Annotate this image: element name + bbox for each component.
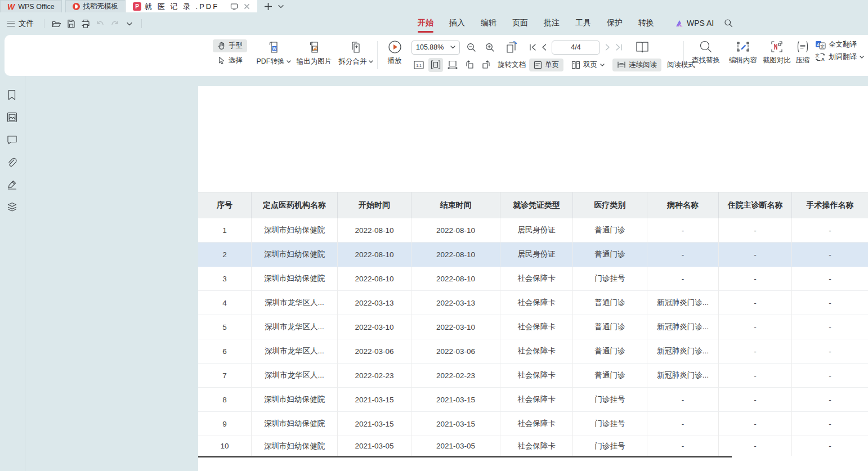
- zoom-level-select[interactable]: 105.88%: [411, 41, 460, 55]
- hand-tool-button[interactable]: 手型: [213, 39, 247, 52]
- ribbon-tab-插入[interactable]: 插入: [441, 12, 473, 34]
- compress-button[interactable]: 压缩: [790, 40, 815, 65]
- edit-content-button[interactable]: 编辑内容: [725, 40, 761, 65]
- redo-button[interactable]: [108, 17, 122, 30]
- double-page-button[interactable]: 双页: [567, 59, 609, 71]
- table-row: 6深圳市龙华区人...2022-03-062022-03-06社会保障卡普通门诊…: [198, 339, 868, 364]
- pdf-convert-button[interactable]: W PDF转换: [253, 40, 294, 66]
- table-cell: 2022-03-06: [411, 339, 500, 364]
- first-page-button[interactable]: [529, 44, 536, 51]
- find-replace-icon: [699, 40, 713, 53]
- table-row: 5深圳市龙华区人...2022-03-102022-03-10社会保障卡普通门诊…: [198, 315, 868, 339]
- find-replace-label: 查找替换: [692, 56, 720, 65]
- table-row: 9深圳市妇幼保健院2021-03-152021-03-15社会保障卡门诊挂号--…: [198, 412, 868, 436]
- table-header-row: 序号定点医药机构名称开始时间结束时间就诊凭证类型医疗类别病种名称住院主诊断名称手…: [198, 192, 868, 218]
- ribbon-toolbar: 手型 选择 W PDF转换 输出为图片 拆分合并: [5, 35, 868, 76]
- table-cell: 普通门诊: [573, 243, 647, 267]
- ribbon-tab-开始[interactable]: 开始: [410, 12, 441, 34]
- signature-icon[interactable]: [7, 180, 18, 191]
- screenshot-compare-button[interactable]: 截图对比: [759, 40, 795, 65]
- table-cell: 2022-08-10: [411, 243, 500, 267]
- export-image-button[interactable]: 输出为图片: [294, 40, 334, 66]
- thumbnail-icon[interactable]: [7, 112, 18, 123]
- save-button[interactable]: [64, 17, 78, 30]
- table-cell: 深圳市龙华区人...: [252, 291, 338, 315]
- ribbon-tab-转换[interactable]: 转换: [630, 12, 662, 34]
- table-cell: 居民身份证: [500, 243, 573, 267]
- single-page-button[interactable]: 单页: [529, 59, 563, 71]
- file-menu-label: 文件: [19, 19, 34, 29]
- print-button[interactable]: [78, 17, 93, 30]
- table-cell: 2022-03-13: [411, 291, 500, 315]
- table-cell: 深圳市妇幼保健院: [252, 218, 338, 243]
- tab-wps-office[interactable]: W WPS Office: [0, 0, 62, 12]
- ribbon-search-icon[interactable]: [724, 19, 733, 28]
- zoom-in-button[interactable]: [482, 41, 497, 55]
- split-merge-button[interactable]: 拆分合并: [335, 40, 376, 66]
- table-cell: -: [792, 339, 868, 364]
- play-button[interactable]: 播放: [375, 40, 414, 66]
- table-cell: 社会保障卡: [500, 364, 573, 388]
- new-tab-button[interactable]: [264, 2, 272, 11]
- layers-icon[interactable]: [7, 202, 18, 213]
- prev-page-button[interactable]: [542, 44, 547, 51]
- table-cell: -: [647, 388, 719, 412]
- undo-button[interactable]: [93, 17, 108, 30]
- table-cell: 10: [198, 436, 252, 456]
- ribbon-tab-保护[interactable]: 保护: [599, 12, 630, 34]
- bookmark-icon[interactable]: [7, 89, 18, 101]
- table-cell: 9: [198, 412, 252, 436]
- file-menu-button[interactable]: 文件: [0, 19, 39, 29]
- table-cell: -: [719, 364, 792, 388]
- ribbon-tab-编辑[interactable]: 编辑: [473, 12, 504, 34]
- word-translate-button[interactable]: 文 A 划词翻译: [815, 52, 864, 62]
- enter-workspace-icon[interactable]: [230, 3, 238, 10]
- find-replace-button[interactable]: 查找替换: [688, 40, 724, 65]
- page-number-input[interactable]: 4/4: [552, 41, 600, 55]
- table-cell: 2021-03-05: [338, 436, 411, 456]
- column-header: 开始时间: [338, 192, 411, 218]
- ribbon-tab-批注[interactable]: 批注: [536, 12, 567, 34]
- compress-label: 压缩: [796, 56, 810, 65]
- last-page-button[interactable]: [615, 44, 623, 51]
- table-cell: -: [792, 291, 868, 315]
- table-cell: 2021-03-15: [338, 412, 411, 436]
- close-tab-icon[interactable]: [244, 3, 250, 10]
- zoom-out-button[interactable]: [464, 41, 478, 55]
- ribbon-tab-工具[interactable]: 工具: [567, 12, 599, 34]
- next-page-button[interactable]: [605, 44, 610, 51]
- tab-document-pdf[interactable]: P 就 医 记 录 .PDF: [126, 0, 257, 12]
- document-view-area[interactable]: 序号定点医药机构名称开始时间结束时间就诊凭证类型医疗类别病种名称住院主诊断名称手…: [25, 76, 868, 471]
- fit-page-button[interactable]: [428, 58, 443, 72]
- rotate-right-button[interactable]: [479, 58, 494, 72]
- comment-icon[interactable]: [7, 135, 18, 146]
- ribbon-tab-页面[interactable]: 页面: [504, 12, 536, 34]
- rotate-left-button[interactable]: [462, 58, 477, 72]
- fit-width-button[interactable]: [445, 58, 460, 72]
- divider: [141, 19, 142, 28]
- svg-text:文: 文: [820, 43, 825, 48]
- open-file-button[interactable]: [49, 17, 64, 30]
- column-header: 定点医药机构名称: [252, 192, 338, 218]
- attachment-icon[interactable]: [7, 158, 18, 169]
- wps-ai-label: WPS AI: [687, 19, 714, 28]
- full-translate-button[interactable]: A 文 全文翻译: [815, 40, 864, 50]
- table-cell: 2022-03-10: [338, 315, 411, 339]
- select-tool-button[interactable]: 选择: [213, 54, 247, 67]
- full-translate-icon: A 文: [815, 41, 826, 50]
- word-translate-label: 划词翻译: [829, 52, 857, 62]
- export-image-label: 输出为图片: [297, 57, 332, 66]
- actual-size-button[interactable]: 1:1: [411, 58, 426, 72]
- export-image-icon: [307, 40, 321, 55]
- tab-docer-templates[interactable]: 找稻壳模板: [65, 0, 126, 12]
- continuous-read-button[interactable]: 连续阅读: [612, 59, 661, 71]
- double-page-label: 双页: [583, 60, 597, 70]
- table-cell: 2022-03-06: [338, 339, 411, 364]
- rotate-document-label[interactable]: 旋转文档: [498, 60, 526, 70]
- wps-ai-button[interactable]: WPS AI: [675, 19, 714, 28]
- tab-list-chevron-icon[interactable]: [278, 5, 284, 8]
- table-cell: 普通门诊: [573, 291, 647, 315]
- table-cell: 普通门诊: [573, 315, 647, 339]
- page-indicator-value: 4/4: [571, 43, 580, 51]
- quick-access-chevron-icon[interactable]: [122, 17, 137, 30]
